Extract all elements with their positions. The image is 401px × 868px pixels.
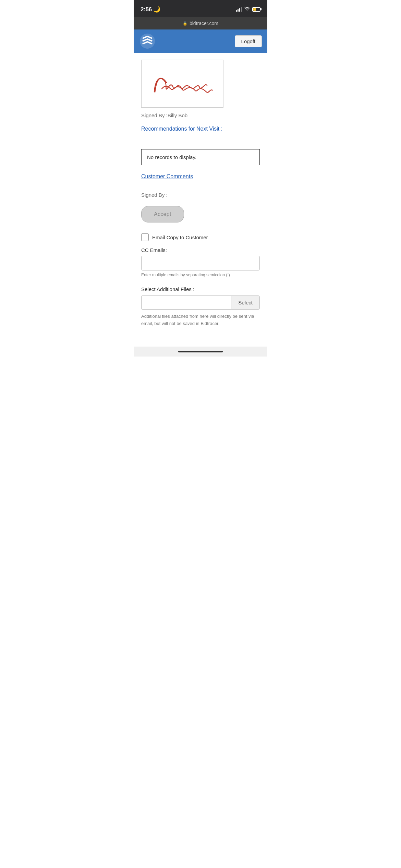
email-copy-section: Email Copy to Customer bbox=[141, 233, 260, 241]
signature-drawing bbox=[148, 65, 217, 103]
lock-icon: 🔒 bbox=[183, 21, 187, 26]
wifi-icon bbox=[244, 7, 250, 12]
logoff-button[interactable]: Logoff bbox=[235, 35, 262, 47]
customer-comments-link[interactable]: Customer Comments bbox=[141, 173, 260, 180]
email-copy-checkbox[interactable] bbox=[141, 233, 149, 241]
app-header: Logoff bbox=[134, 29, 267, 53]
cc-emails-hint: Enter multiple emails by separating semi… bbox=[141, 273, 260, 277]
signed-by-text: Signed By :Billy Bob bbox=[141, 112, 260, 118]
home-indicator bbox=[178, 351, 223, 352]
additional-files-section: Select Additional Files : Select Additio… bbox=[141, 286, 260, 327]
battery-icon bbox=[252, 7, 260, 12]
status-bar: 2:56 🌙 bbox=[134, 0, 267, 17]
cc-emails-label: CC Emails: bbox=[141, 247, 260, 253]
file-select-button[interactable]: Select bbox=[231, 296, 260, 310]
moon-icon: 🌙 bbox=[153, 6, 160, 13]
signed-by-label-2: Signed By : bbox=[141, 192, 260, 198]
file-input-row: Select bbox=[141, 296, 260, 310]
status-time: 2:56 🌙 bbox=[141, 6, 160, 13]
bottom-bar bbox=[134, 347, 267, 357]
recommendations-link[interactable]: Recommendations for Next Visit : bbox=[141, 126, 260, 132]
additional-files-note: Additional files attached from here will… bbox=[141, 313, 260, 327]
signal-icon bbox=[236, 7, 242, 12]
browser-bar: 🔒 bidtracer.com bbox=[134, 17, 267, 29]
cc-emails-section: CC Emails: Enter multiple emails by sepa… bbox=[141, 247, 260, 277]
signed-by-section: Signed By : bbox=[141, 192, 260, 198]
no-records-box: No records to display. bbox=[141, 149, 260, 165]
additional-files-label: Select Additional Files : bbox=[141, 286, 260, 292]
cc-emails-input[interactable] bbox=[141, 256, 260, 270]
app-logo bbox=[139, 33, 156, 49]
browser-url: bidtracer.com bbox=[190, 21, 218, 26]
status-icons bbox=[236, 7, 260, 12]
file-text-input[interactable] bbox=[141, 296, 231, 310]
signature-box bbox=[141, 60, 223, 108]
bidtracer-logo-icon bbox=[139, 33, 156, 49]
accept-button[interactable]: Accept bbox=[141, 206, 184, 222]
main-content: Signed By :Billy Bob Recommendations for… bbox=[134, 53, 267, 340]
email-copy-label: Email Copy to Customer bbox=[152, 234, 208, 240]
